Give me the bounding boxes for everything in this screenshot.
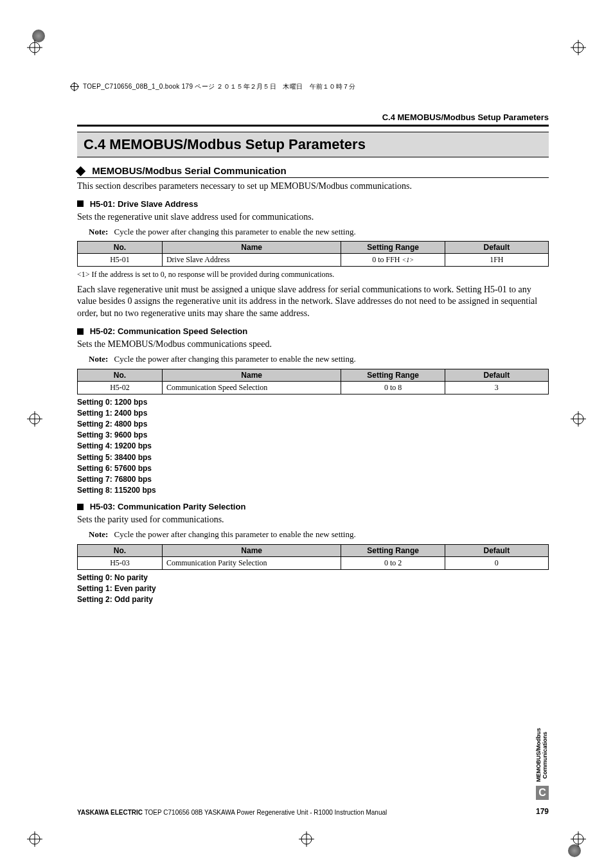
- table-h5-02: No. Name Setting Range Default H5-02 Com…: [77, 369, 549, 394]
- cell-name: Drive Slave Address: [162, 254, 341, 267]
- setting-item: Setting 0: 1200 bps: [77, 397, 549, 407]
- book-icon: [71, 83, 78, 91]
- cell-name: Communication Speed Selection: [162, 381, 341, 394]
- cell-range: 0 to 2: [341, 556, 445, 569]
- square-icon: [77, 200, 84, 207]
- section-title: C.4 MEMOBUS/Modbus Setup Parameters: [77, 132, 549, 157]
- table-row: H5-01 Drive Slave Address 0 to FFH <1> 1…: [78, 254, 549, 267]
- table-row: H5-03 Communication Parity Selection 0 t…: [78, 556, 549, 569]
- th-default: Default: [445, 544, 548, 556]
- crop-mark-icon: [571, 40, 586, 55]
- cell-no: H5-03: [78, 556, 163, 569]
- setting-item: Setting 2: 4800 bps: [77, 419, 549, 429]
- table-header-row: No. Name Setting Range Default: [78, 369, 549, 381]
- th-no: No.: [78, 242, 163, 254]
- table-row: H5-02 Communication Speed Selection 0 to…: [78, 381, 549, 394]
- note-label: Note:: [89, 354, 108, 364]
- setting-item: Setting 5: 38400 bps: [77, 452, 549, 463]
- h5-03-settings: Setting 0: No parity Setting 1: Even par…: [77, 572, 549, 605]
- side-tab-label: MEMOBUS/Modbus Communications: [536, 728, 549, 782]
- square-icon: [77, 504, 84, 510]
- subheading-serial-text: MEMOBUS/Modbus Serial Communication: [92, 165, 287, 176]
- cell-range: 0 to 8: [341, 381, 445, 394]
- table-header-row: No. Name Setting Range Default: [78, 242, 549, 254]
- cell-default: 3: [445, 381, 548, 394]
- h5-01-footnote: <1> If the address is set to 0, no respo…: [77, 269, 549, 279]
- cell-no: H5-02: [78, 381, 163, 394]
- h5-02-settings: Setting 0: 1200 bps Setting 1: 2400 bps …: [77, 397, 549, 496]
- cell-name: Communication Parity Selection: [162, 556, 341, 569]
- footer-left: YASKAWA ELECTRIC TOEP C710656 08B YASKAW…: [77, 809, 387, 816]
- h5-03-note-text: Cycle the power after changing this para…: [114, 529, 356, 539]
- table-h5-03: No. Name Setting Range Default H5-03 Com…: [77, 544, 549, 570]
- setting-item: Setting 4: 19200 bps: [77, 441, 549, 451]
- page-footer: YASKAWA ELECTRIC TOEP C710656 08B YASKAW…: [77, 807, 549, 816]
- cell-range-val: 0 to FFH: [372, 255, 400, 264]
- side-tab-line1: MEMOBUS/Modbus: [535, 728, 542, 782]
- subheading-h5-01: H5-01: Drive Slave Address: [77, 199, 549, 209]
- note-label: Note:: [89, 529, 108, 539]
- th-default: Default: [445, 369, 548, 381]
- table-header-row: No. Name Setting Range Default: [78, 544, 549, 556]
- crop-header-text: TOEP_C710656_08B_1_0.book 179 ページ ２０１５年２…: [83, 83, 356, 90]
- h5-01-heading: H5-01: Drive Slave Address: [90, 199, 199, 209]
- h5-01-desc: Sets the regenerative unit slave address…: [77, 211, 549, 224]
- crop-header: TOEP_C710656_08B_1_0.book 179 ページ ２０１５年２…: [71, 82, 356, 91]
- square-icon: [77, 328, 84, 335]
- side-tab-line2: Communications: [542, 732, 548, 779]
- th-name: Name: [162, 544, 341, 556]
- h5-03-note: Note: Cycle the power after changing thi…: [89, 529, 549, 540]
- setting-item: Setting 6: 57600 bps: [77, 463, 549, 474]
- th-range: Setting Range: [341, 242, 445, 254]
- intro-text: This section describes parameters necess…: [77, 181, 549, 193]
- rule-top: [77, 125, 549, 127]
- setting-item: Setting 1: 2400 bps: [77, 408, 549, 418]
- setting-item: Setting 2: Odd parity: [77, 594, 549, 605]
- h5-02-heading: H5-02: Communication Speed Selection: [90, 326, 248, 336]
- th-no: No.: [78, 544, 163, 556]
- page-number: 179: [536, 807, 549, 816]
- setting-item: Setting 3: 9600 bps: [77, 430, 549, 440]
- crop-mark-icon: [571, 411, 586, 427]
- th-range: Setting Range: [341, 369, 445, 381]
- side-tab-letter: C: [536, 786, 549, 800]
- subheading-h5-03: H5-03: Communication Parity Selection: [77, 502, 549, 511]
- h5-03-heading: H5-03: Communication Parity Selection: [90, 502, 246, 511]
- crop-mark-icon: [571, 831, 586, 847]
- h5-02-note: Note: Cycle the power after changing thi…: [89, 353, 549, 365]
- side-tab: MEMOBUS/Modbus Communications C: [536, 728, 549, 800]
- cell-range: 0 to FFH <1>: [341, 254, 445, 267]
- th-name: Name: [162, 369, 341, 381]
- th-name: Name: [162, 242, 341, 254]
- setting-item: Setting 8: 115200 bps: [77, 485, 549, 495]
- th-no: No.: [78, 369, 163, 381]
- th-range: Setting Range: [341, 544, 445, 556]
- setting-item: Setting 0: No parity: [77, 572, 549, 583]
- h5-01-note: Note: Cycle the power after changing thi…: [89, 226, 549, 238]
- crop-mark-icon: [27, 40, 42, 55]
- h5-02-note-text: Cycle the power after changing this para…: [114, 354, 356, 364]
- footer-doc: TOEP C710656 08B YASKAWA Power Regenerat…: [143, 809, 387, 816]
- crop-mark-icon: [27, 411, 42, 427]
- setting-item: Setting 1: Even parity: [77, 583, 549, 594]
- crop-mark-icon: [27, 831, 42, 847]
- setting-item: Setting 7: 76800 bps: [77, 474, 549, 484]
- th-default: Default: [445, 242, 548, 254]
- cell-no: H5-01: [78, 254, 163, 267]
- cell-default: 1FH: [445, 254, 548, 267]
- h5-01-note-text: Cycle the power after changing this para…: [114, 227, 356, 236]
- diamond-icon: [76, 166, 86, 176]
- crop-mark-icon: [299, 831, 314, 847]
- cell-range-ref: <1>: [402, 256, 414, 263]
- running-head: C.4 MEMOBUS/Modbus Setup Parameters: [77, 112, 549, 122]
- h5-02-desc: Sets the MEMOBUS/Modbus communications s…: [77, 339, 549, 351]
- h5-03-desc: Sets the parity used for communications.: [77, 514, 549, 526]
- subheading-h5-02: H5-02: Communication Speed Selection: [77, 326, 549, 336]
- table-h5-01: No. Name Setting Range Default H5-01 Dri…: [77, 241, 549, 267]
- h5-01-para: Each slave regenerative unit must be ass…: [77, 284, 549, 321]
- note-label: Note:: [89, 227, 108, 236]
- footer-brand: YASKAWA ELECTRIC: [77, 809, 143, 816]
- cell-default: 0: [445, 556, 548, 569]
- subheading-serial: MEMOBUS/Modbus Serial Communication: [77, 165, 549, 178]
